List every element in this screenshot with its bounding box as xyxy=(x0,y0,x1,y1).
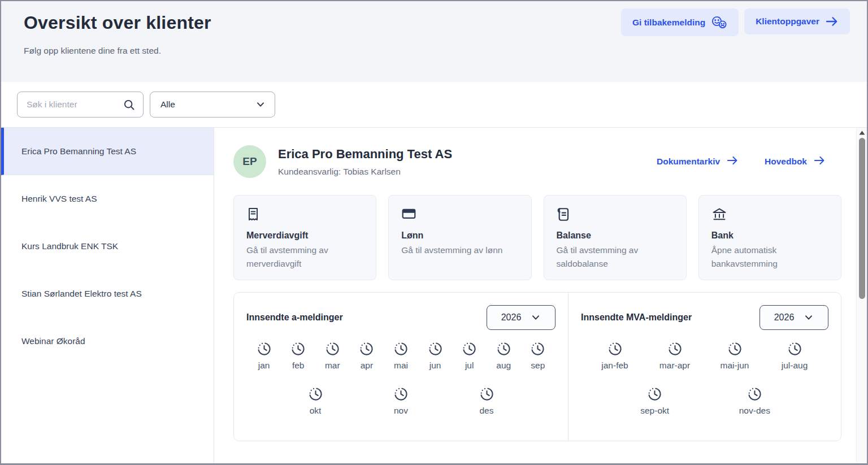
client-quick-links: Dokumentarkiv Hovedbok xyxy=(657,155,826,168)
card-description: Åpne automatisk bankavstemming xyxy=(711,244,828,271)
sidebar-client-item[interactable]: Henrik VVS test AS xyxy=(1,175,214,223)
period-item[interactable]: jan-feb xyxy=(589,341,641,371)
action-card[interactable]: Lønn Gå til avstemming av lønn xyxy=(388,195,531,280)
client-manager: Kundeansvarlig: Tobias Karlsen xyxy=(278,167,452,177)
period-item[interactable]: jul-aug xyxy=(769,341,821,371)
clock-pending-icon xyxy=(607,341,623,357)
search-icon[interactable] xyxy=(123,99,135,111)
clock-pending-icon xyxy=(747,386,762,402)
period-label: mar xyxy=(316,360,349,371)
period-item[interactable]: mar-apr xyxy=(649,341,701,371)
scroll-up-icon[interactable] xyxy=(859,131,865,135)
scroll-icon xyxy=(557,207,674,222)
client-toolbar: Alle xyxy=(1,82,867,128)
search-box xyxy=(17,92,144,118)
feedback-smiley-icon xyxy=(711,16,727,29)
period-item[interactable]: jul xyxy=(453,341,486,371)
filter-value: Alle xyxy=(160,99,175,110)
clock-pending-icon xyxy=(647,386,662,402)
client-list: Erica Pro Bemanning Test AS Henrik VVS t… xyxy=(1,128,214,365)
action-card[interactable]: Merverdiavgift Gå til avstemming av merv… xyxy=(233,195,376,280)
period-label: jan xyxy=(248,360,281,371)
year-value: 2026 xyxy=(774,312,795,323)
client-name: Erica Pro Bemanning Test AS xyxy=(278,147,452,162)
period-item[interactable]: nov xyxy=(384,386,418,416)
client-tasks-button[interactable]: Klientoppgaver xyxy=(744,8,850,34)
page-header-text: Oversikt over klienter Følg opp klienten… xyxy=(24,12,211,82)
clock-pending-icon xyxy=(530,341,545,357)
period-label: jun xyxy=(419,360,452,371)
card-title: Merverdiavgift xyxy=(246,231,363,241)
client-header: EP Erica Pro Bemanning Test AS Kundeansv… xyxy=(233,145,841,178)
period-grid: jan feb mar apr mai jun jul aug sep okt xyxy=(246,341,555,416)
period-label: jul xyxy=(453,360,486,371)
card-title: Balanse xyxy=(557,231,674,241)
search-input[interactable] xyxy=(27,99,123,110)
period-item[interactable]: okt xyxy=(299,386,332,416)
clock-pending-icon xyxy=(308,386,323,402)
page-header: Oversikt over klienter Følg opp klienten… xyxy=(1,1,867,82)
panel-header: Innsendte a-meldinger 2026 xyxy=(246,305,555,330)
period-label: sep xyxy=(521,360,554,371)
arrow-right-icon xyxy=(726,155,739,168)
period-item[interactable]: sep-okt xyxy=(629,386,681,416)
period-label: mar-apr xyxy=(649,360,701,371)
period-item[interactable]: mai-jun xyxy=(709,341,761,371)
period-label: aug xyxy=(487,360,520,371)
header-actions: Gi tilbakemelding Klientoppgaver xyxy=(621,8,850,82)
client-filter-select[interactable]: Alle xyxy=(150,92,275,118)
panel-title: Innsendte MVA-meldinger xyxy=(581,312,692,323)
period-item[interactable]: nov-des xyxy=(728,386,780,416)
panel-header: Innsendte MVA-meldinger 2026 xyxy=(581,305,828,330)
card-description: Gå til avstemming av saldobalanse xyxy=(557,244,674,271)
clock-pending-icon xyxy=(393,341,409,357)
scrollbar xyxy=(856,128,867,463)
panel-title: Innsendte a-meldinger xyxy=(246,312,343,323)
period-label: sep-okt xyxy=(629,406,681,416)
submission-panels: Innsendte a-meldinger 2026 jan feb mar a… xyxy=(233,292,841,441)
year-select[interactable]: 2026 xyxy=(487,305,555,330)
scrollbar-thumb[interactable] xyxy=(859,138,865,299)
action-card[interactable]: Balanse Gå til avstemming av saldobalans… xyxy=(544,195,687,280)
sidebar-client-item[interactable]: Erica Pro Bemanning Test AS xyxy=(1,128,214,175)
period-grid: jan-feb mar-apr mai-jun jul-aug sep-okt … xyxy=(581,341,828,416)
app-window: Oversikt over klienter Følg opp klienten… xyxy=(0,0,868,465)
chevron-down-icon xyxy=(804,312,814,323)
general-ledger-link[interactable]: Hovedbok xyxy=(765,155,826,168)
page-title: Oversikt over klienter xyxy=(24,12,211,33)
clock-pending-icon xyxy=(325,341,340,357)
clock-pending-icon xyxy=(479,386,494,402)
period-item[interactable]: jan xyxy=(248,341,281,371)
period-item[interactable]: feb xyxy=(281,341,315,371)
clock-pending-icon xyxy=(359,341,374,357)
period-label: nov xyxy=(384,406,418,416)
period-label: nov-des xyxy=(728,406,780,416)
card-description: Gå til avstemming av lønn xyxy=(401,244,518,257)
bank-icon xyxy=(711,207,828,222)
page-subtitle: Følg opp klientene dine fra ett sted. xyxy=(24,46,211,56)
period-item[interactable]: mar xyxy=(316,341,349,371)
clock-pending-icon xyxy=(462,341,477,357)
page-body: Erica Pro Bemanning Test AS Henrik VVS t… xyxy=(1,128,867,463)
sidebar-client-item[interactable]: Stian Sørlandet Elektro test AS xyxy=(1,270,214,318)
clock-pending-icon xyxy=(727,341,743,357)
sidebar-client-item[interactable]: Kurs Landbruk ENK TSK xyxy=(1,223,214,270)
period-item[interactable]: des xyxy=(470,386,504,416)
client-info: Erica Pro Bemanning Test AS Kundeansvarl… xyxy=(278,147,452,177)
period-item[interactable]: mai xyxy=(384,341,418,371)
chevron-down-icon xyxy=(531,312,541,323)
period-item[interactable]: sep xyxy=(521,341,554,371)
period-item[interactable]: jun xyxy=(419,341,452,371)
period-label: apr xyxy=(350,360,383,371)
document-archive-link[interactable]: Dokumentarkiv xyxy=(657,155,739,168)
period-item[interactable]: apr xyxy=(350,341,383,371)
action-card[interactable]: Bank Åpne automatisk bankavstemming xyxy=(698,195,841,280)
clock-pending-icon xyxy=(257,341,272,357)
feedback-button[interactable]: Gi tilbakemelding xyxy=(621,8,739,36)
period-label: mai xyxy=(384,360,418,371)
sidebar-client-item[interactable]: Webinar Økoråd xyxy=(1,318,214,365)
card-description: Gå til avstemming av merverdiavgift xyxy=(246,244,363,271)
period-label: okt xyxy=(299,406,332,416)
period-item[interactable]: aug xyxy=(487,341,520,371)
year-select[interactable]: 2026 xyxy=(760,305,828,330)
